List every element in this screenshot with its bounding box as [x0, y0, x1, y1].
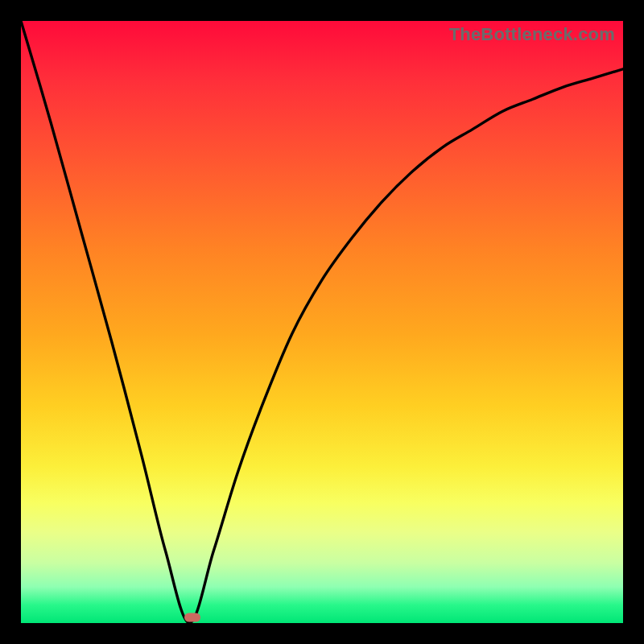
chart-frame: TheBottleneck.com: [0, 0, 644, 644]
plot-area: TheBottleneck.com: [21, 21, 623, 623]
bottleneck-curve: [21, 21, 623, 623]
optimal-point-marker: [184, 613, 200, 621]
